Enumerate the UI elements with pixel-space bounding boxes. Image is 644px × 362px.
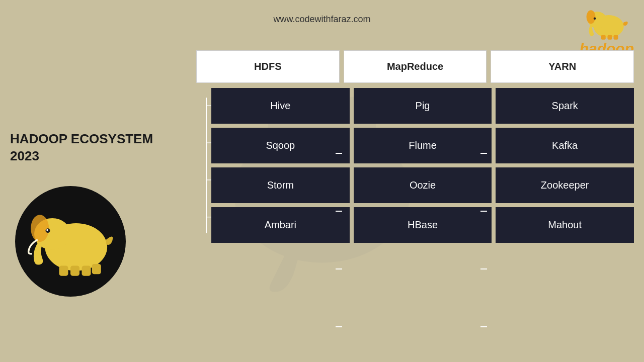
svg-rect-11: [607, 35, 612, 40]
svg-rect-12: [613, 35, 618, 40]
svg-rect-10: [601, 35, 606, 40]
svg-point-15: [31, 215, 49, 242]
card-ambari: Ambari: [211, 207, 350, 243]
card-mahout: Mahout: [496, 207, 634, 243]
grid-row-2: Sqoop Flume Kafka: [211, 128, 634, 163]
grid-row-4: Ambari HBase Mahout: [211, 207, 634, 243]
website-url: www.codewithfaraz.com: [273, 14, 370, 25]
title-section: HADOOP ECOSYSTEM 2023: [10, 131, 153, 165]
svg-rect-18: [59, 265, 68, 276]
grid-cards: Hive Pig Spark Sqoop Flume Kafka Storm O…: [211, 88, 634, 243]
card-hbase: HBase: [354, 207, 492, 243]
card-oozie: Oozie: [354, 167, 492, 203]
svg-rect-20: [82, 265, 91, 276]
grid-row-1: Hive Pig Spark: [211, 88, 634, 124]
card-zookeeper: Zookeeper: [496, 167, 634, 203]
card-kafka: Kafka: [496, 128, 634, 163]
elephant-circle-icon: [25, 204, 116, 279]
grid-row-3: Storm Oozie Zookeeper: [211, 167, 634, 203]
elephant-circle: [15, 186, 126, 297]
svg-rect-19: [70, 265, 79, 276]
left-connector: [196, 88, 211, 243]
card-flume: Flume: [354, 128, 492, 163]
main-diagram: HDFS MapReduce YARN Hive Pig Spark: [196, 50, 634, 243]
hadoop-logo-elephant-icon: [584, 5, 629, 40]
svg-point-17: [46, 229, 48, 231]
card-spark: Spark: [496, 88, 634, 124]
top-row: HDFS MapReduce YARN: [196, 50, 634, 83]
top-card-hdfs: HDFS: [196, 50, 340, 83]
title-line2: 2023: [10, 148, 153, 165]
top-card-yarn: YARN: [491, 50, 634, 83]
card-hive: Hive: [211, 88, 350, 124]
grid-section: Hive Pig Spark Sqoop Flume Kafka Storm O…: [196, 88, 634, 243]
svg-point-9: [594, 18, 596, 20]
title-line1: HADOOP ECOSYSTEM: [10, 131, 153, 148]
card-storm: Storm: [211, 167, 350, 203]
svg-rect-21: [92, 264, 101, 274]
hadoop-logo: hadoop: [580, 5, 634, 57]
top-card-mapreduce: MapReduce: [344, 50, 487, 83]
svg-point-8: [586, 10, 595, 24]
card-sqoop: Sqoop: [211, 128, 350, 163]
card-pig: Pig: [354, 88, 492, 124]
